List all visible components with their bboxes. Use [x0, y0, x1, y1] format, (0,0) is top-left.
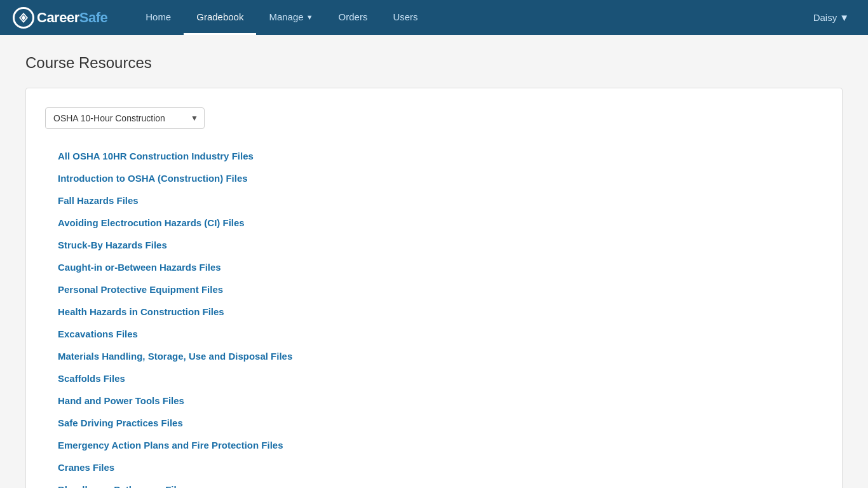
nav-gradebook[interactable]: Gradebook: [184, 0, 256, 35]
user-name: Daisy: [813, 12, 837, 23]
course-select-wrapper: OSHA 10-Hour Construction OSHA 10-Hour G…: [45, 107, 823, 129]
brand-career: Career: [37, 10, 79, 26]
file-link-10[interactable]: Scaffolds Files: [45, 367, 823, 390]
navbar-right: Daisy ▼: [807, 12, 855, 23]
main-content: Course Resources OSHA 10-Hour Constructi…: [0, 35, 868, 488]
file-links-list: All OSHA 10HR Construction Industry File…: [45, 145, 823, 488]
brand-icon: [13, 7, 34, 29]
file-link-4[interactable]: Struck-By Hazards Files: [45, 234, 823, 256]
list-item: Introduction to OSHA (Construction) File…: [45, 167, 823, 189]
file-link-7[interactable]: Health Hazards in Construction Files: [45, 301, 823, 323]
file-link-8[interactable]: Excavations Files: [45, 323, 823, 345]
list-item: Emergency Action Plans and Fire Protecti…: [45, 434, 823, 456]
file-link-5[interactable]: Caught-in or-Between Hazards Files: [45, 256, 823, 278]
list-item: All OSHA 10HR Construction Industry File…: [45, 145, 823, 167]
nav-users[interactable]: Users: [380, 0, 430, 35]
file-link-9[interactable]: Materials Handling, Storage, Use and Dis…: [45, 345, 823, 367]
brand-logo[interactable]: CareerSafe: [13, 7, 107, 29]
course-select[interactable]: OSHA 10-Hour Construction OSHA 10-Hour G…: [45, 107, 205, 129]
list-item: Bloodborne Pathogens Files: [45, 478, 823, 488]
user-menu-arrow: ▼: [839, 12, 849, 23]
list-item: Safe Driving Practices Files: [45, 412, 823, 434]
navbar: CareerSafe Home Gradebook Manage ▼ Order…: [0, 0, 868, 35]
file-link-2[interactable]: Fall Hazards Files: [45, 189, 823, 212]
file-link-13[interactable]: Emergency Action Plans and Fire Protecti…: [45, 434, 823, 456]
nav-orders[interactable]: Orders: [326, 0, 381, 35]
nav-manage-label: Manage: [269, 11, 303, 22]
nav-links: Home Gradebook Manage ▼ Orders Users: [133, 0, 806, 35]
nav-home[interactable]: Home: [133, 0, 184, 35]
list-item: Hand and Power Tools Files: [45, 390, 823, 412]
file-link-11[interactable]: Hand and Power Tools Files: [45, 390, 823, 412]
list-item: Health Hazards in Construction Files: [45, 301, 823, 323]
list-item: Cranes Files: [45, 456, 823, 478]
list-item: Fall Hazards Files: [45, 189, 823, 212]
list-item: Avoiding Electrocution Hazards (CI) File…: [45, 212, 823, 234]
page-title: Course Resources: [25, 54, 843, 72]
file-link-1[interactable]: Introduction to OSHA (Construction) File…: [45, 167, 823, 189]
file-link-14[interactable]: Cranes Files: [45, 456, 823, 478]
list-item: Scaffolds Files: [45, 367, 823, 390]
list-item: Struck-By Hazards Files: [45, 234, 823, 256]
content-card: OSHA 10-Hour Construction OSHA 10-Hour G…: [25, 88, 843, 488]
list-item: Caught-in or-Between Hazards Files: [45, 256, 823, 278]
file-link-0[interactable]: All OSHA 10HR Construction Industry File…: [45, 145, 823, 167]
select-wrapper: OSHA 10-Hour Construction OSHA 10-Hour G…: [45, 107, 205, 129]
file-link-3[interactable]: Avoiding Electrocution Hazards (CI) File…: [45, 212, 823, 234]
nav-manage[interactable]: Manage ▼: [256, 0, 325, 35]
list-item: Personal Protective Equipment Files: [45, 278, 823, 301]
file-link-15[interactable]: Bloodborne Pathogens Files: [45, 478, 823, 488]
file-link-12[interactable]: Safe Driving Practices Files: [45, 412, 823, 434]
list-item: Materials Handling, Storage, Use and Dis…: [45, 345, 823, 367]
nav-manage-arrow: ▼: [306, 13, 313, 21]
brand-safe: Safe: [79, 10, 107, 26]
user-menu[interactable]: Daisy ▼: [807, 12, 855, 23]
file-link-6[interactable]: Personal Protective Equipment Files: [45, 278, 823, 301]
list-item: Excavations Files: [45, 323, 823, 345]
